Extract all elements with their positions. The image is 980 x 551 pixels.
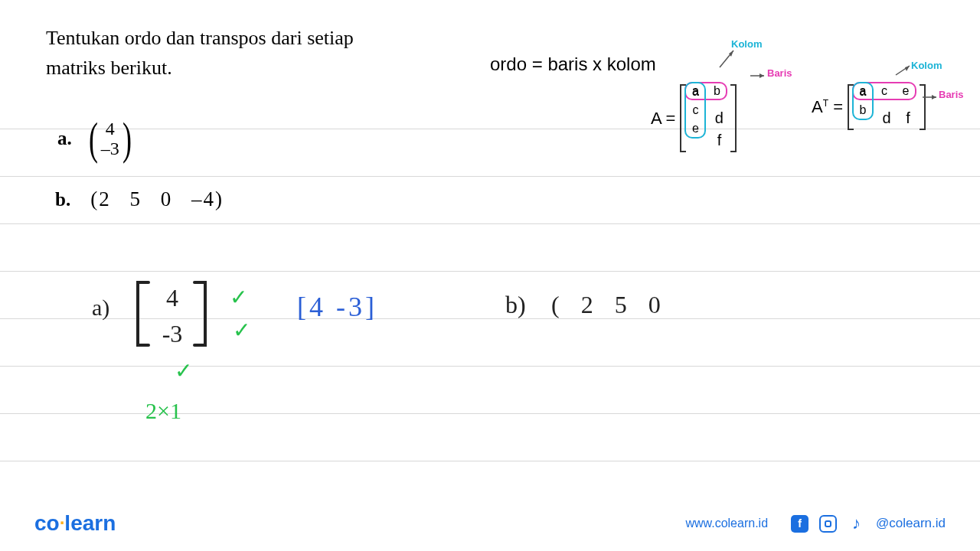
- matrix-cell: (2: [90, 187, 111, 210]
- matrix-cell: 5: [129, 187, 142, 210]
- handwritten-ordo: 2×1: [145, 398, 181, 424]
- baris-label: Baris: [939, 89, 964, 100]
- handwritten-transpose: [4 -3]: [297, 291, 377, 323]
- ordo-formula: ordo = baris x kolom: [490, 54, 656, 75]
- arrow-icon: [923, 93, 941, 101]
- matrix-cell: d: [880, 109, 893, 127]
- matrix-at-bracket: a c e a b ace bdf: [848, 84, 926, 130]
- matrix-cell: f: [712, 132, 726, 149]
- colearn-logo: co·learn: [34, 511, 116, 536]
- tiktok-icon: ♪: [848, 515, 865, 533]
- arrow-icon: [894, 63, 917, 77]
- handwritten-b-label: b): [505, 291, 526, 319]
- matrix-cell: d: [712, 109, 726, 127]
- hw-cell: 4: [138, 284, 207, 312]
- arrow-icon: [750, 72, 769, 80]
- at-equals-label: AT =: [812, 97, 843, 117]
- footer-url: www.colearn.id: [685, 517, 768, 530]
- footer: co·learn www.colearn.id f ♪ @colearn.id: [0, 511, 980, 536]
- problem-statement: Tentukan ordo dan transpos dari setiap m…: [46, 23, 444, 83]
- social-handle: @colearn.id: [876, 516, 946, 531]
- handwritten-b-content: ( 2 5 0: [551, 291, 668, 319]
- item-b-label: b.: [55, 189, 70, 210]
- matrix-cell: f: [901, 109, 915, 127]
- check-icon: ✓: [175, 358, 192, 383]
- item-a-matrix: ( 4 –3 ): [86, 119, 135, 159]
- matrix-a-bracket: a b a c e ab cd ef: [680, 84, 737, 152]
- item-a-label: a.: [57, 128, 72, 149]
- hw-cell: -3: [138, 320, 207, 348]
- baris-label: Baris: [767, 67, 792, 79]
- col-highlight: a b: [852, 82, 874, 120]
- svg-marker-5: [905, 66, 910, 71]
- problem-item-b: b. (2 5 0 –4): [55, 187, 230, 211]
- matrix-cell: 4: [106, 119, 115, 139]
- problem-item-a: a. ( 4 –3 ): [57, 119, 135, 159]
- check-icon: ✓: [233, 318, 250, 343]
- footer-right: www.colearn.id f ♪ @colearn.id: [685, 515, 946, 533]
- problem-line-1: Tentukan ordo dan transpos dari setiap: [46, 27, 354, 49]
- a-equals-label: A =: [651, 109, 675, 129]
- matrix-cell: 0: [161, 187, 173, 210]
- instagram-icon: [819, 515, 837, 533]
- logo-learn: learn: [64, 511, 116, 535]
- svg-marker-7: [932, 95, 936, 99]
- matrix-cell: –4): [191, 187, 224, 210]
- arrow-icon: [718, 46, 741, 69]
- matrix-a-diagram: Kolom Baris A = a b a c e: [674, 38, 760, 152]
- problem-line-2: matriks berikut.: [46, 57, 172, 79]
- col-highlight: a c e: [684, 82, 706, 139]
- item-b-matrix: (2 5 0 –4): [84, 187, 230, 211]
- handwritten-a-label: a): [92, 295, 109, 321]
- logo-co: co: [34, 511, 60, 535]
- check-icon: ✓: [230, 285, 247, 310]
- matrix-at-diagram: Kolom Baris AT = a c e a b: [812, 54, 926, 130]
- svg-marker-3: [760, 73, 764, 78]
- handwritten-a-matrix: 4 -3: [138, 279, 207, 348]
- matrix-cell: –3: [101, 139, 119, 158]
- facebook-icon: f: [791, 515, 808, 533]
